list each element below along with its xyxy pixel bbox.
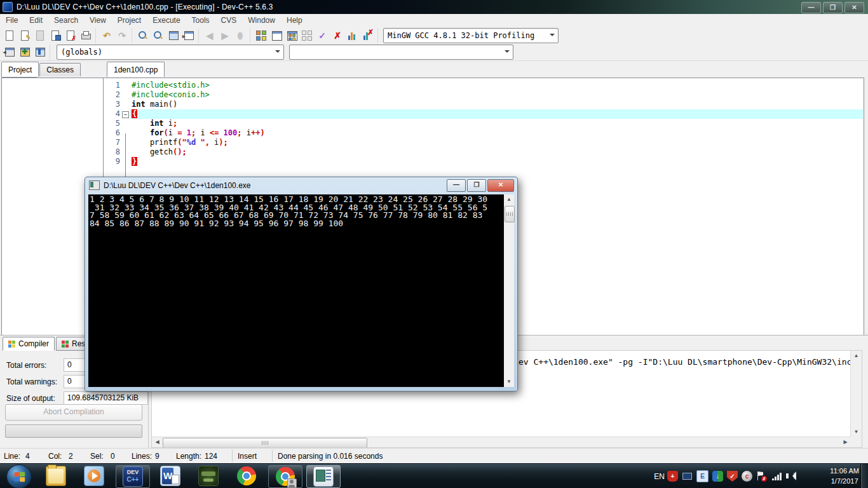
network-signal-icon[interactable] [771,471,782,482]
console-output[interactable]: 1 2 3 4 5 6 7 8 9 10 11 12 13 14 15 16 1… [88,194,514,387]
editor-tab[interactable]: 1den100.cpp [107,62,165,77]
globals-select[interactable]: (globals) [57,44,284,60]
compile-run-button[interactable] [284,29,299,43]
fold-collapse-icon[interactable]: − [122,111,129,118]
scroll-left-icon[interactable]: ◀ [152,437,163,447]
code-line-3[interactable]: 3int main() [104,100,863,109]
editor-e-icon[interactable]: E [696,470,709,482]
restore-icon[interactable]: ❐ [823,2,843,13]
menu-search[interactable]: Search [48,15,84,26]
breakpoint-button[interactable]: ⬮ [233,29,248,43]
scroll-down-icon[interactable]: ▼ [504,377,514,387]
add-watch-button[interactable]: ✚ [17,45,32,59]
close-icon[interactable]: ✕ [844,2,864,13]
tab-project[interactable]: Project [1,62,39,77]
redo-button[interactable]: ↷ [114,29,130,43]
menu-execute[interactable]: Execute [147,15,186,26]
cleaner-icon[interactable]: c [742,471,752,482]
taskbar-dev-cpp[interactable]: DEVC++ [116,465,150,488]
chevron-down-icon [505,50,510,55]
menu-file[interactable]: File [0,15,24,26]
print-button[interactable] [78,29,93,43]
action-center-flag-icon[interactable]: ✗ [756,471,767,482]
run-button[interactable] [269,29,284,43]
profile-button[interactable] [345,29,360,43]
undo-button[interactable]: ↶ [99,29,114,43]
code-line-6[interactable]: 6 for(i = 1; i <= 100; i++) [104,128,863,138]
code-line-4[interactable]: 4−{ [104,109,863,119]
volume-icon[interactable] [785,471,796,482]
scrollbar-thumb[interactable] [505,206,515,222]
minimize-icon[interactable]: — [801,2,821,13]
menu-project[interactable]: Project [112,15,147,26]
members-select[interactable] [289,44,513,60]
rebuild-button[interactable] [299,29,315,43]
close-icon[interactable]: ✕ [487,179,514,192]
save-all-button[interactable] [48,29,63,43]
log-vertical-scrollbar[interactable]: ▲ ▼ [850,351,862,447]
tab-classes[interactable]: Classes [39,63,81,76]
security-shield-icon[interactable]: ✓ [727,471,738,482]
clock[interactable]: 11:06 AM 1/7/2017 [830,466,859,486]
taskbar-chrome[interactable] [230,465,263,487]
console-window[interactable]: D:\Luu DL\DEV C++\Dev C++\1den100.exe — … [85,177,518,391]
taskbar-game[interactable] [192,465,225,487]
taskbar-media-player[interactable] [78,465,111,487]
status-col-label: Col: [48,452,62,461]
save-button[interactable] [32,29,48,43]
code-line-9[interactable]: 9} [104,157,863,166]
find-button[interactable] [135,29,151,43]
abort-button[interactable]: ✗ [330,29,345,43]
code-line-7[interactable]: 7 printf("%d ", i); [104,138,863,147]
compiler-select[interactable]: MinGW GCC 4.8.1 32-bit Profiling [383,28,559,43]
language-indicator[interactable]: EN [654,464,665,488]
add-watch-icon: ✚ [19,46,31,58]
minimize-icon[interactable]: — [447,179,466,192]
browse-back-button[interactable]: ◂ [2,45,17,59]
scroll-up-icon[interactable]: ▲ [504,194,514,205]
menu-edit[interactable]: Edit [24,15,48,26]
code-line-2[interactable]: 2#include<conio.h> [104,90,863,100]
swap-header-button[interactable]: ▸ [181,29,196,43]
menu-view[interactable]: View [84,15,112,26]
taskbar-console-app[interactable] [306,465,341,488]
close-file-button[interactable]: ✗ [63,29,78,43]
start-button[interactable] [6,464,32,488]
menu-window[interactable]: Window [242,15,281,26]
code-line-1[interactable]: 1#include<stdio.h> [104,81,863,90]
scrollbar-thumb[interactable] [163,438,367,448]
taskbar-ms-word[interactable]: W [154,465,187,487]
restore-icon[interactable]: ❐ [467,179,486,192]
menu-tools[interactable]: Tools [186,15,215,26]
tab-compiler[interactable]: Compiler [3,337,55,351]
taskbar-windows-explorer[interactable] [39,465,72,487]
scroll-up-icon[interactable]: ▲ [851,351,862,361]
delete-profile-button[interactable]: ✗ [360,29,376,43]
forward-button[interactable]: ▶ [217,29,233,43]
antivirus-shield-icon[interactable]: + [667,471,678,482]
download-manager-icon[interactable]: ↓ [712,471,723,482]
menu-cvs[interactable]: CVS [215,15,243,26]
abort-compilation-button[interactable]: Abort Compilation [5,404,142,421]
taskbar-chrome-profile[interactable] [268,465,302,488]
replace-button[interactable] [151,29,166,43]
menu-help[interactable]: Help [281,15,308,26]
code-line-5[interactable]: 5 int i; [104,119,863,128]
new-file-icon [4,30,15,41]
back-button[interactable]: ◀ [202,29,217,43]
compile-button[interactable] [254,29,269,43]
code-line-8[interactable]: 8 getch(); [104,147,863,157]
goto-line-button[interactable] [166,29,181,43]
goto-definition-button[interactable] [32,45,48,59]
console-scrollbar[interactable]: ▲ ▼ [504,194,514,387]
new-file-button[interactable] [2,29,17,43]
syntax-check-button[interactable]: ✓ [315,29,330,43]
title-bar: D:\Luu DL\DEV C++\Dev C++\1den100.cpp - … [0,0,868,14]
console-title-bar[interactable]: D:\Luu DL\DEV C++\Dev C++\1den100.exe — … [85,177,517,193]
open-file-button[interactable]: ✎ [17,29,32,43]
dual-display-icon[interactable] [682,471,693,482]
show-desktop-button[interactable] [860,464,868,488]
log-horizontal-scrollbar[interactable]: ◀ ▶ [152,437,851,447]
scroll-down-icon[interactable]: ▼ [851,427,862,437]
scroll-right-icon[interactable]: ▶ [840,437,851,447]
